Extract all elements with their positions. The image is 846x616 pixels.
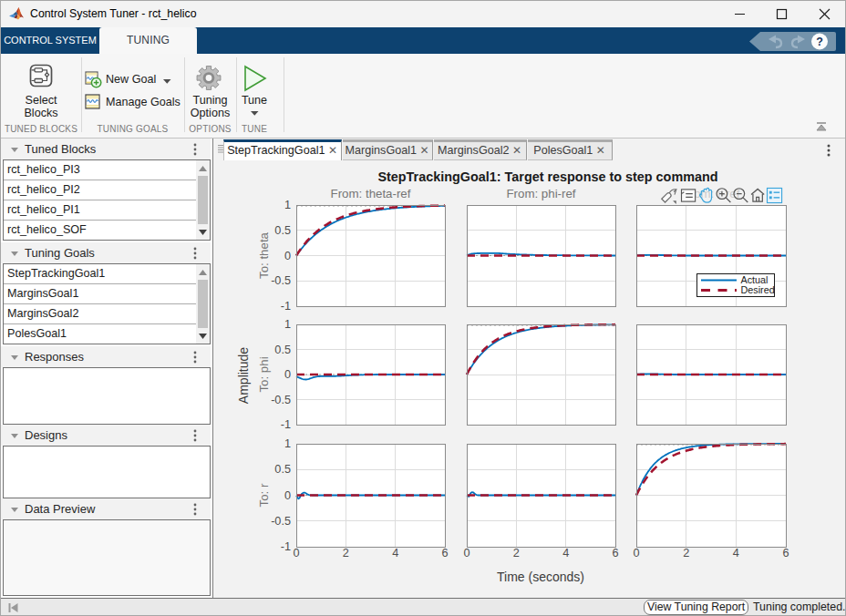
svg-text:2: 2 (513, 547, 520, 560)
svg-text:6: 6 (612, 547, 618, 560)
svg-text:2: 2 (683, 547, 689, 560)
svg-text:To: theta: To: theta (257, 231, 271, 279)
svg-text:-0.5: -0.5 (271, 394, 291, 406)
svg-text:-0.5: -0.5 (271, 515, 291, 528)
svg-text:Desired: Desired (741, 284, 775, 295)
svg-text:To: phi: To: phi (257, 356, 271, 392)
svg-text:-0.5: -0.5 (271, 274, 291, 287)
svg-text:-1: -1 (281, 418, 291, 431)
svg-text:0: 0 (463, 547, 469, 560)
svg-text:4: 4 (562, 547, 569, 560)
svg-text:-1: -1 (281, 540, 291, 553)
svg-text:0: 0 (284, 368, 291, 381)
svg-text:1: 1 (284, 318, 291, 331)
svg-text:4: 4 (392, 547, 398, 560)
svg-text:2: 2 (343, 547, 349, 560)
svg-text:StepTrackingGoal1: Target resp: StepTrackingGoal1: Target response to st… (377, 169, 717, 184)
svg-text:To: r: To: r (257, 483, 271, 507)
svg-text:4: 4 (733, 547, 739, 560)
svg-text:0: 0 (633, 547, 639, 560)
svg-text:Time (seconds): Time (seconds) (497, 570, 584, 584)
svg-text:0.5: 0.5 (274, 463, 291, 476)
svg-text:Amplitude: Amplitude (236, 347, 251, 404)
svg-text:0: 0 (284, 489, 291, 502)
svg-text:0.5: 0.5 (274, 224, 291, 237)
svg-text:1: 1 (284, 199, 291, 211)
svg-text:0.5: 0.5 (274, 344, 291, 356)
svg-text:From: phi-ref: From: phi-ref (506, 187, 575, 200)
svg-text:6: 6 (782, 547, 789, 560)
svg-text:From: theta-ref: From: theta-ref (331, 187, 411, 200)
svg-text:0: 0 (293, 547, 299, 560)
svg-text:6: 6 (441, 547, 448, 560)
svg-text:1: 1 (284, 437, 291, 450)
svg-text:-1: -1 (281, 300, 291, 313)
svg-text:0: 0 (284, 250, 291, 262)
